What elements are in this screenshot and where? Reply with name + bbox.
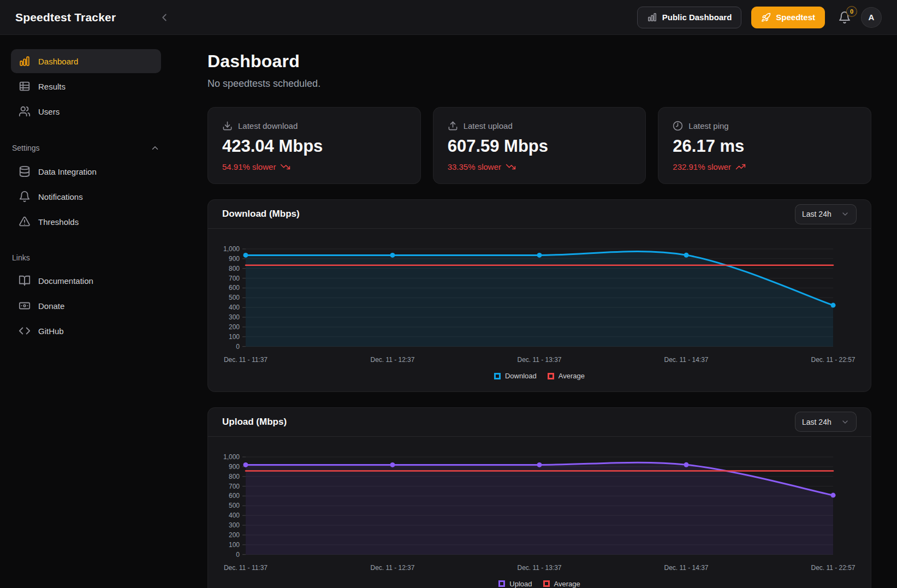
x-tick-label: Dec. 11 - 11:37: [224, 356, 268, 364]
stats-row: Latest download 423.04 Mbps 54.91% slowe…: [207, 107, 871, 184]
alert-triangle-icon: [19, 216, 31, 228]
upload-point: [390, 462, 395, 467]
sidebar-item-results[interactable]: Results: [11, 74, 161, 98]
stat-label: Latest download: [238, 121, 298, 130]
legend-swatch: [494, 373, 501, 379]
sidebar-item-github[interactable]: GitHub: [11, 319, 161, 343]
speedtest-button[interactable]: Speedtest: [751, 7, 825, 28]
app-title: Speedtest Tracker: [15, 11, 116, 24]
legend-item-average[interactable]: Average: [548, 372, 585, 380]
page-title: Dashboard: [207, 51, 871, 72]
upload-point: [537, 462, 542, 467]
trending-up-icon: [735, 162, 746, 172]
stat-card-ping: Latest ping 26.17 ms 232.91% slower: [658, 107, 871, 184]
code-icon: [19, 325, 31, 337]
x-tick-label: Dec. 11 - 14:37: [664, 563, 709, 571]
sidebar-collapse-button[interactable]: [158, 11, 170, 23]
sidebar-item-label: Dashboard: [38, 57, 78, 66]
topbar-actions: Public Dashboard Speedtest 0 A: [637, 7, 882, 28]
database-icon: [19, 165, 31, 177]
legend-item-upload[interactable]: Upload: [498, 580, 532, 588]
chevron-down-icon: [841, 210, 850, 218]
download-point: [537, 253, 542, 258]
sidebar-item-label: Users: [38, 107, 60, 116]
y-tick-label: 900: [229, 255, 240, 263]
sidebar-item-label: Data Integration: [38, 167, 97, 176]
sidebar-item-donate[interactable]: Donate: [11, 294, 161, 318]
bar-chart-icon: [19, 55, 31, 67]
banknote-icon: [19, 300, 31, 312]
legend-label: Average: [559, 372, 585, 380]
stat-delta: 54.91% slower: [222, 162, 276, 171]
range-select-value: Last 24h: [802, 418, 831, 426]
y-tick-label: 200: [229, 531, 240, 539]
upload-icon: [448, 121, 458, 131]
y-tick-label: 900: [229, 462, 240, 470]
stat-value: 26.17 ms: [673, 136, 857, 156]
notifications-bell: 0: [838, 11, 851, 24]
upload-chart: 01002003004005006007008009001,000Dec. 11…: [222, 448, 857, 574]
rocket-icon: [761, 13, 771, 22]
chart-legend: UploadAverage: [222, 578, 857, 588]
range-select[interactable]: Last 24h: [795, 204, 857, 224]
range-select[interactable]: Last 24h: [795, 412, 857, 432]
download-point: [831, 303, 836, 308]
sidebar-item-notifications[interactable]: Notifications: [11, 185, 161, 209]
y-tick-label: 200: [229, 323, 240, 331]
download-point: [684, 253, 689, 258]
y-tick-label: 700: [229, 482, 240, 490]
public-dashboard-button[interactable]: Public Dashboard: [637, 7, 742, 28]
main-content: Dashboard No speedtests scheduled. Lates…: [172, 35, 897, 588]
sidebar-item-label: GitHub: [38, 326, 64, 336]
x-tick-label: Dec. 11 - 12:37: [370, 356, 414, 364]
legend-item-average[interactable]: Average: [543, 580, 580, 588]
notification-count-badge: 0: [846, 6, 857, 17]
bell-icon: [19, 191, 31, 203]
stat-card-upload: Latest upload 607.59 Mbps 33.35% slower: [433, 107, 646, 184]
y-tick-label: 100: [229, 333, 240, 341]
stat-label: Latest upload: [464, 121, 513, 130]
legend-swatch: [498, 580, 505, 587]
y-tick-label: 0: [236, 343, 240, 351]
sidebar-item-users[interactable]: Users: [11, 99, 161, 123]
section-title: Links: [12, 253, 30, 262]
x-tick-label: Dec. 11 - 14:37: [664, 356, 709, 364]
sidebar-item-data-integration[interactable]: Data Integration: [11, 159, 161, 183]
sidebar-item-label: Results: [38, 82, 66, 91]
y-tick-label: 800: [229, 472, 240, 480]
chart-title: Upload (Mbps): [222, 417, 287, 427]
trending-down-icon: [506, 162, 516, 172]
sidebar-item-dashboard[interactable]: Dashboard: [11, 49, 161, 73]
chevron-left-icon: [158, 11, 170, 23]
legend-swatch: [548, 373, 554, 379]
table-icon: [19, 80, 31, 92]
upload-chart-card: Upload (Mbps) Last 24h 01002003004005006…: [207, 407, 871, 588]
download-chart: 01002003004005006007008009001,000Dec. 11…: [222, 240, 857, 366]
sidebar-item-documentation[interactable]: Documentation: [11, 269, 161, 293]
x-tick-label: Dec. 11 - 22:57: [811, 356, 856, 364]
y-tick-label: 0: [236, 550, 240, 558]
chart-legend: DownloadAverage: [222, 371, 857, 382]
y-tick-label: 800: [229, 265, 240, 272]
stat-delta: 232.91% slower: [673, 162, 731, 171]
clock-icon: [673, 121, 683, 131]
avatar[interactable]: A: [861, 7, 882, 28]
stat-value: 423.04 Mbps: [222, 136, 406, 156]
y-tick-label: 600: [229, 492, 240, 500]
speedtest-label: Speedtest: [776, 13, 815, 22]
x-tick-label: Dec. 11 - 11:37: [224, 563, 268, 571]
upload-point: [684, 462, 689, 467]
y-tick-label: 1,000: [223, 453, 240, 461]
legend-item-download[interactable]: Download: [494, 372, 537, 380]
legend-swatch: [543, 580, 550, 587]
legend-label: Average: [554, 580, 580, 588]
y-tick-label: 600: [229, 284, 240, 292]
stat-delta: 33.35% slower: [448, 162, 501, 171]
download-point: [243, 253, 248, 258]
section-title: Settings: [12, 144, 40, 152]
legend-label: Download: [505, 372, 537, 380]
sidebar-section-links: Links: [12, 253, 160, 262]
sidebar-item-thresholds[interactable]: Thresholds: [11, 210, 161, 234]
chevron-up-icon[interactable]: [150, 143, 160, 153]
page-subtitle: No speedtests scheduled.: [207, 78, 871, 90]
